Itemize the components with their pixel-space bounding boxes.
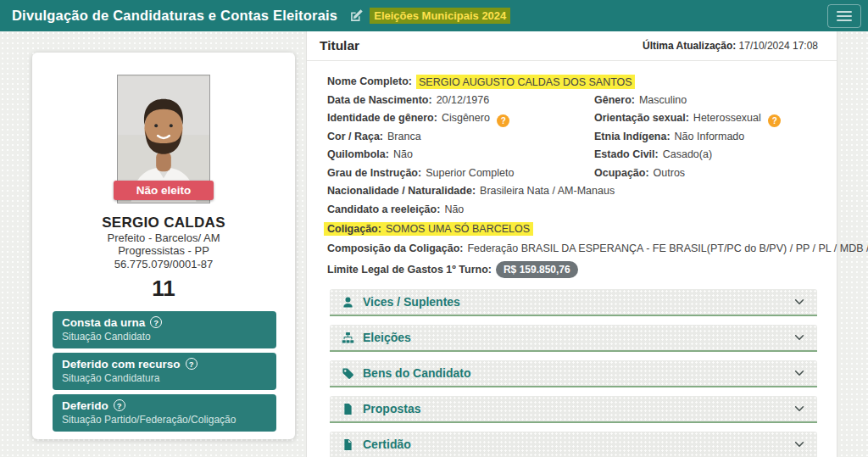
status-badges: Consta da urna ? Situação Candidato Defe… [53, 311, 276, 432]
status-badge-subtitle: Situação Partido/Federação/Coligação [62, 414, 267, 426]
election-label[interactable]: Eleições Municipais 2024 [370, 8, 510, 24]
field-etnia-indigena: Etnia Indígena:Não Informado [594, 131, 781, 142]
chevron-down-icon[interactable] [793, 438, 805, 450]
chevron-down-icon[interactable] [793, 403, 805, 415]
field-ocupacao: Ocupação:Outros [594, 168, 781, 179]
ballot-number: 11 [32, 277, 295, 299]
menu-icon[interactable] [827, 4, 861, 28]
field-nome-completo: Nome Completo:SERGIO AUGUSTO CALDAS DOS … [327, 76, 818, 87]
field-orientacao-sexual: Orientação sexual:Heterossexual ? [594, 113, 781, 124]
accordion-certidao[interactable]: Certidão [330, 432, 817, 457]
accordion-propostas[interactable]: Propostas [330, 396, 817, 423]
status-badge-subtitle: Situação Candidato [62, 331, 267, 343]
last-update: Última Atualização: 17/10/2024 17:08 [643, 40, 818, 52]
field-nacionalidade: Nacionalidade / Naturalidade:Brasileira … [327, 186, 818, 197]
panel-header: Titular Última Atualização: 17/10/2024 1… [307, 31, 837, 61]
file-icon [342, 438, 354, 451]
status-badge-title: Deferido com recurso [62, 358, 181, 371]
status-badge-title: Deferido [62, 399, 108, 412]
question-circle-icon[interactable]: ? [497, 114, 509, 127]
chevron-down-icon[interactable] [793, 367, 805, 379]
question-circle-icon[interactable]: ? [186, 358, 198, 370]
status-badge-deferido-com-recurso: Deferido com recurso ? Situação Candidat… [53, 353, 276, 390]
status-badge-title: Consta da urna [62, 316, 145, 329]
page-title: Titular [320, 38, 359, 53]
status-badge-consta-da-urna: Consta da urna ? Situação Candidato [53, 311, 276, 348]
question-circle-icon[interactable]: ? [114, 399, 125, 411]
sitemap-icon [342, 332, 354, 344]
field-composicao-coligacao: Composição da Coligação:Federação BRASIL… [327, 243, 818, 254]
candidate-cnpj: 56.775.079/0001-87 [32, 258, 295, 270]
question-circle-icon[interactable]: ? [768, 114, 781, 127]
candidate-details: Nome Completo:SERGIO AUGUSTO CALDAS DOS … [327, 76, 818, 278]
candidate-photo: Não eleito [117, 75, 210, 203]
accordion-eleicoes[interactable]: Eleições [330, 325, 817, 352]
candidate-position: Prefeito - Barcelos/ AM [32, 231, 295, 244]
details-column-right: Gênero:Masculino Orientação sexual:Heter… [594, 95, 781, 187]
app-title: Divulgação de Candidaturas e Contas Elei… [12, 8, 337, 24]
field-reeleicao: Candidato a reeleição:Não [327, 204, 818, 215]
last-update-label: Última Atualização: [643, 40, 736, 52]
candidate-name: SERGIO CALDAS [32, 215, 295, 231]
edit-icon[interactable] [349, 8, 364, 23]
file-lines-icon [342, 403, 354, 415]
status-badge-deferido: Deferido ? Situação Partido/Federação/Co… [53, 394, 276, 432]
field-coligacao: Coligação:SOMOS UMA SÓ BARCELOS [324, 222, 533, 236]
candidate-party: Progressistas - PP [32, 244, 295, 257]
accordion-vices-suplentes[interactable]: Vices / Suplentes [330, 289, 817, 316]
field-estado-civil: Estado Civil:Casado(a) [594, 149, 781, 160]
tag-icon [342, 367, 354, 380]
status-badge-subtitle: Situação Candidatura [62, 372, 267, 384]
person-icon [342, 296, 354, 309]
field-limite-gastos: Limite Legal de Gastos 1º Turno:R$ 159.8… [327, 261, 818, 278]
app-header: Divulgação de Candidaturas e Contas Elei… [0, 0, 868, 31]
accordion-list: Vices / Suplentes Eleições Bens do Candi… [330, 289, 817, 457]
last-update-value: 17/10/2024 17:08 [739, 40, 818, 52]
chevron-down-icon[interactable] [793, 296, 805, 308]
question-circle-icon[interactable]: ? [150, 316, 162, 328]
candidate-card: Não eleito SERGIO CALDAS Prefeito - Barc… [32, 53, 295, 439]
result-badge: Não eleito [114, 181, 214, 200]
accordion-bens-candidato[interactable]: Bens do Candidato [330, 360, 817, 387]
chevron-down-icon[interactable] [793, 332, 805, 343]
field-genero: Gênero:Masculino [594, 95, 781, 106]
titular-panel: Titular Última Atualização: 17/10/2024 1… [306, 31, 837, 457]
